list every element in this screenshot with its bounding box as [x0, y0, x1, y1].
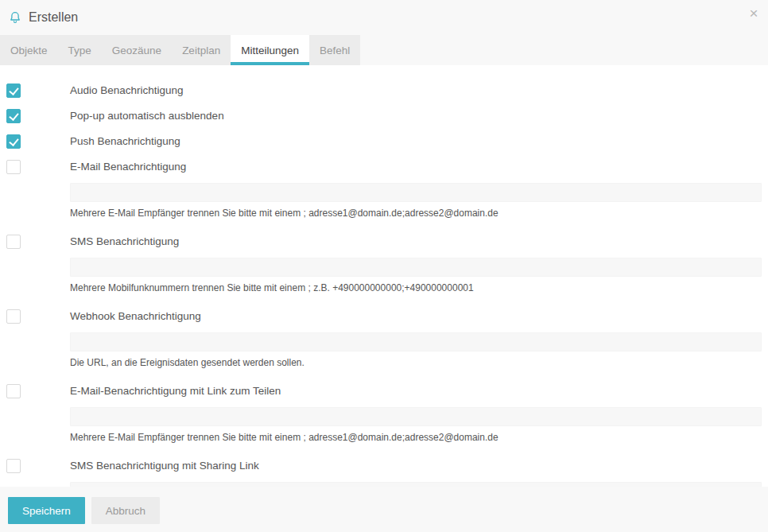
tab-geozaeune[interactable]: Geozäune: [102, 35, 172, 65]
webhook-notification-label: Webhook Benachrichtigung: [70, 309, 201, 324]
sms-sharing-link-label: SMS Benachrichtigung mit Sharing Link: [70, 459, 259, 473]
sms-notification-group: SMS Benachrichtigung Mehrere Mobilfunknu…: [6, 229, 762, 293]
notification-settings-panel: Audio Benachrichtigung Pop-up automatisc…: [0, 65, 768, 487]
webhook-notification-group: Webhook Benachrichtigung Die URL, an die…: [6, 304, 762, 368]
tab-label: Befehl: [320, 45, 350, 56]
email-sharing-recipients-helper: Mehrere E-Mail Empfänger trennen Sie bit…: [70, 432, 762, 443]
email-sharing-link-row: E-Mail-Benachrichtigung mit Link zum Tei…: [6, 379, 762, 404]
tab-objekte[interactable]: Objekte: [0, 35, 58, 65]
tab-mitteilungen[interactable]: Mitteilungen: [231, 35, 309, 65]
audio-notification-row: Audio Benachrichtigung: [6, 78, 762, 103]
email-recipients-helper: Mehrere E-Mail Empfänger trennen Sie bit…: [70, 208, 762, 219]
close-icon[interactable]: ×: [746, 6, 762, 21]
tab-type[interactable]: Type: [58, 35, 102, 65]
push-notification-label: Push Benachrichtigung: [70, 134, 180, 149]
dialog-header: Erstellen: [0, 0, 768, 35]
email-notification-group: E-Mail Benachrichtigung Mehrere E-Mail E…: [6, 154, 762, 219]
dialog-footer: Speichern Abbruch: [0, 487, 768, 532]
email-sharing-link-group: E-Mail-Benachrichtigung mit Link zum Tei…: [6, 379, 762, 443]
tab-befehl[interactable]: Befehl: [309, 35, 360, 65]
push-notification-checkbox[interactable]: [6, 134, 21, 149]
popup-autohide-label: Pop-up automatisch ausblenden: [70, 109, 224, 123]
email-notification-checkbox[interactable]: [6, 160, 21, 174]
email-sharing-recipients-input[interactable]: [70, 407, 762, 426]
email-notification-row: E-Mail Benachrichtigung: [6, 154, 762, 180]
sms-notification-row: SMS Benachrichtigung: [6, 229, 762, 254]
email-sharing-link-label: E-Mail-Benachrichtigung mit Link zum Tei…: [70, 384, 281, 398]
save-button[interactable]: Speichern: [8, 497, 85, 524]
sms-notification-checkbox[interactable]: [6, 235, 21, 249]
email-recipients-input[interactable]: [70, 183, 762, 202]
sms-notification-label: SMS Benachrichtigung: [70, 235, 179, 249]
sms-numbers-helper: Mehrere Mobilfunknummern trennen Sie bit…: [70, 282, 762, 293]
webhook-url-helper: Die URL, an die Ereignisdaten gesendet w…: [70, 357, 762, 368]
create-notification-dialog: Erstellen × Objekte Type Geozäune Zeitpl…: [0, 0, 768, 532]
tab-bar: Objekte Type Geozäune Zeitplan Mitteilun…: [0, 35, 360, 65]
webhook-url-input[interactable]: [70, 332, 762, 351]
sms-sharing-link-group: SMS Benachrichtigung mit Sharing Link Me…: [6, 453, 762, 487]
popup-autohide-row: Pop-up automatisch ausblenden: [6, 103, 762, 129]
tab-label: Mitteilungen: [241, 45, 299, 56]
bell-icon: [8, 10, 22, 25]
audio-notification-checkbox[interactable]: [6, 83, 21, 98]
audio-notification-label: Audio Benachrichtigung: [70, 83, 184, 98]
dialog-title: Erstellen: [29, 10, 78, 25]
sms-sharing-link-checkbox[interactable]: [6, 459, 21, 473]
email-notification-label: E-Mail Benachrichtigung: [70, 160, 186, 174]
sms-numbers-input[interactable]: [70, 258, 762, 277]
tab-label: Zeitplan: [182, 45, 220, 56]
popup-autohide-checkbox[interactable]: [6, 109, 21, 123]
tab-label: Objekte: [10, 45, 48, 56]
dialog-top-band: Erstellen × Objekte Type Geozäune Zeitpl…: [0, 0, 768, 65]
push-notification-row: Push Benachrichtigung: [6, 129, 762, 154]
sms-sharing-link-row: SMS Benachrichtigung mit Sharing Link: [6, 453, 762, 479]
tab-label: Type: [68, 45, 91, 56]
webhook-notification-row: Webhook Benachrichtigung: [6, 304, 762, 329]
tab-label: Geozäune: [112, 45, 161, 56]
email-sharing-link-checkbox[interactable]: [6, 384, 21, 398]
tab-zeitplan[interactable]: Zeitplan: [172, 35, 231, 65]
cancel-button[interactable]: Abbruch: [91, 497, 160, 524]
webhook-notification-checkbox[interactable]: [6, 309, 21, 324]
